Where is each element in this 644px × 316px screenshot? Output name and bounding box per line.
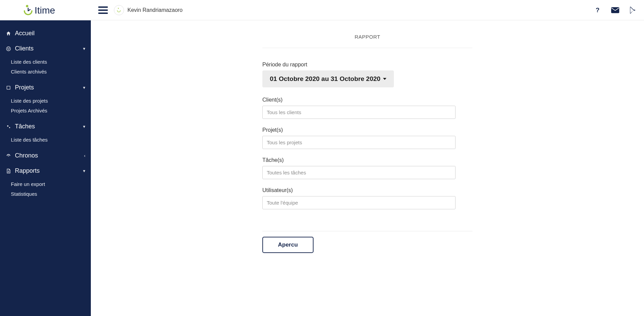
user-input[interactable]	[262, 196, 456, 209]
sidebar-subitem-client-archived[interactable]: Clients archivés	[0, 67, 91, 77]
sidebar-subitem-export[interactable]: Faire un export	[0, 179, 91, 189]
sidebar-label-projects: Projets	[15, 84, 83, 91]
cogs-icon	[5, 124, 12, 130]
svg-point-4	[6, 47, 11, 51]
svg-point-5	[7, 48, 8, 48]
chevron-down-icon: ▾	[83, 168, 85, 173]
sidebar-subitem-project-archived[interactable]: Projets Archivés	[0, 106, 91, 115]
logo[interactable]: Itime	[0, 0, 91, 20]
svg-point-0	[26, 5, 28, 7]
client-input[interactable]	[262, 106, 456, 119]
gauge-icon	[5, 153, 12, 159]
sidebar-item-reports[interactable]: Rapports ▾	[0, 163, 91, 178]
sidebar-label-tasks: Tâches	[15, 123, 83, 130]
svg-point-8	[9, 127, 10, 128]
chevron-down-icon: ▾	[83, 85, 85, 90]
period-dropdown[interactable]: 01 Octobre 2020 au 31 Octobre 2020	[262, 70, 394, 87]
sidebar-subitem-task-list[interactable]: Liste des tâches	[0, 135, 91, 145]
user-profile[interactable]: Kevin Randriamazaoro	[114, 5, 183, 15]
svg-point-6	[9, 48, 9, 48]
sidebar-item-tasks[interactable]: Tâches ▾	[0, 119, 91, 134]
svg-rect-13	[611, 7, 619, 13]
topbar: Kevin Randriamazaoro ?	[91, 0, 644, 20]
file-icon	[5, 168, 12, 174]
avatar	[114, 5, 124, 15]
sidebar-label-chronos: Chronos	[15, 152, 84, 159]
sidebar-label-reports: Rapports	[15, 167, 83, 174]
chevron-down-icon: ▾	[83, 124, 85, 129]
home-icon	[5, 30, 12, 37]
svg-point-7	[7, 125, 8, 127]
sidebar-label-home: Accueil	[15, 30, 85, 37]
user-label: Utilisateur(s)	[262, 187, 472, 193]
content: RAPPORT Période du rapport 01 Octobre 20…	[91, 20, 644, 316]
period-label: Période du rapport	[262, 62, 472, 68]
sidebar-subitem-stats[interactable]: Statistiques	[0, 189, 91, 199]
username: Kevin Randriamazaoro	[127, 7, 183, 13]
task-label: Tâche(s)	[262, 157, 472, 163]
sidebar-subitem-project-list[interactable]: Liste des projets	[0, 96, 91, 106]
svg-text:?: ?	[596, 6, 599, 14]
caret-down-icon	[383, 78, 386, 80]
svg-text:Itime: Itime	[35, 5, 55, 16]
sidebar-item-clients[interactable]: Clients ▾	[0, 41, 91, 56]
help-icon[interactable]: ?	[594, 6, 601, 14]
chevron-left-icon: ‹	[84, 153, 85, 158]
sidebar-subitem-client-list[interactable]: Liste des clients	[0, 57, 91, 67]
chevron-down-icon: ▾	[83, 46, 85, 51]
divider	[262, 231, 472, 231]
mail-icon[interactable]	[611, 7, 620, 14]
play-store-icon[interactable]	[629, 6, 637, 14]
client-label: Client(s)	[262, 97, 472, 103]
project-label: Projet(s)	[262, 127, 472, 133]
svg-point-11	[118, 8, 119, 9]
task-input[interactable]	[262, 166, 456, 179]
sidebar-item-home[interactable]: Accueil	[0, 26, 91, 41]
sidebar-item-projects[interactable]: Projets ▾	[0, 80, 91, 95]
smile-icon	[5, 46, 12, 52]
hamburger-menu-icon[interactable]	[98, 6, 108, 14]
sidebar-item-chronos[interactable]: Chronos ‹	[0, 148, 91, 163]
sidebar: Itime Accueil Clients ▾ Liste des client…	[0, 0, 91, 316]
page-title: RAPPORT	[262, 34, 472, 48]
project-input[interactable]	[262, 136, 456, 149]
preview-button[interactable]: Apercu	[262, 237, 314, 253]
period-value: 01 Octobre 2020 au 31 Octobre 2020	[270, 75, 380, 83]
sidebar-label-clients: Clients	[15, 45, 83, 52]
book-icon	[5, 85, 12, 91]
